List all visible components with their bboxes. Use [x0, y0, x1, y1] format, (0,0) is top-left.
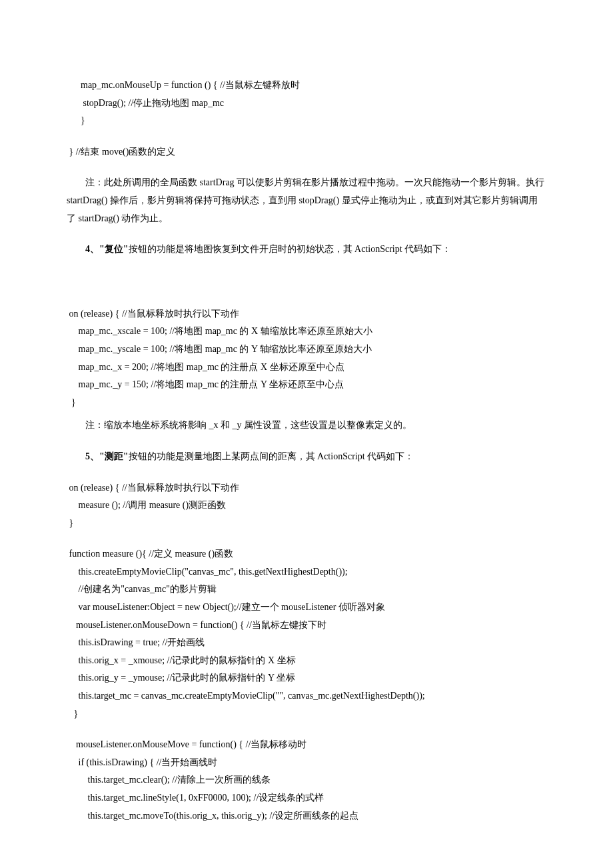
spacer — [67, 466, 546, 479]
code-line: map_mc._y = 150; //将地图 map_mc 的注册点 Y 坐标还… — [67, 376, 546, 394]
note-text-2: 注：缩放本地坐标系统将影响 _x 和 _y 属性设置，这些设置是以整像素定义的。 — [85, 420, 412, 430]
code-line: on (release) { //当鼠标释放时执行以下动作 — [67, 479, 546, 497]
section-number: 4、 — [85, 244, 99, 254]
section-keyword: "复位" — [99, 244, 129, 254]
section-number: 5、 — [85, 451, 99, 461]
spacer — [67, 227, 546, 241]
note-paragraph: 注：此处所调用的全局函数 startDrag 可以使影片剪辑在影片播放过程中拖动… — [67, 174, 546, 227]
spacer — [67, 130, 546, 143]
spacer — [67, 411, 546, 417]
code-line: //创建名为"canvas_mc"的影片剪辑 — [67, 581, 546, 599]
code-line: map_mc._yscale = 100; //将地图 map_mc 的 Y 轴… — [67, 341, 546, 359]
code-line: map_mc._xscale = 100; //将地图 map_mc 的 X 轴… — [67, 323, 546, 341]
code-line: this.orig_x = _xmouse; //记录此时的鼠标指针的 X 坐标 — [67, 652, 546, 670]
section-suffix: 按钮的功能是测量地图上某两点间的距离，其 ActionScript 代码如下： — [129, 451, 414, 461]
section-suffix: 按钮的功能是将地图恢复到文件开启时的初始状态，其 ActionScript 代码… — [129, 244, 452, 254]
section-5-heading: 5、"测距"按钮的功能是测量地图上某两点间的距离，其 ActionScript … — [67, 448, 546, 466]
spacer — [67, 435, 546, 448]
code-line: on (release) { //当鼠标释放时执行以下动作 — [67, 305, 546, 323]
code-line: this.target_mc.lineStyle(1, 0xFF0000, 10… — [67, 789, 546, 807]
section-4-heading: 4、"复位"按钮的功能是将地图恢复到文件开启时的初始状态，其 ActionScr… — [67, 241, 546, 259]
section-keyword: "测距" — [99, 451, 129, 461]
note-paragraph-2: 注：缩放本地坐标系统将影响 _x 和 _y 属性设置，这些设置是以整像素定义的。 — [67, 417, 546, 435]
code-line: } — [67, 705, 546, 723]
code-line: mouseListener.onMouseMove = function() {… — [67, 736, 546, 754]
code-line: function measure (){ //定义 measure ()函数 — [67, 545, 546, 563]
spacer — [67, 161, 546, 174]
code-line: if (this.isDrawing) { //当开始画线时 — [67, 754, 546, 772]
code-line: stopDrag(); //停止拖动地图 map_mc — [67, 95, 546, 113]
code-line: } — [67, 394, 546, 412]
code-line: this.orig_y = _ymouse; //记录此时的鼠标指针的 Y 坐标 — [67, 669, 546, 687]
code-line: map_mc._x = 200; //将地图 map_mc 的注册点 X 坐标还… — [67, 359, 546, 377]
code-line: this.target_mc = canvas_mc.createEmptyMo… — [67, 687, 546, 705]
code-line: this.createEmptyMovieClip("canvas_mc", t… — [67, 563, 546, 581]
code-line: map_mc.onMouseUp = function () { //当鼠标左键… — [67, 77, 546, 95]
code-line: } //结束 move()函数的定义 — [67, 143, 546, 161]
code-line: this.isDrawing = true; //开始画线 — [67, 634, 546, 652]
code-line: mouseListener.onMouseDown = function() {… — [67, 617, 546, 635]
code-line: } — [67, 515, 546, 533]
spacer — [67, 532, 546, 545]
note-text: 注：此处所调用的全局函数 startDrag 可以使影片剪辑在影片播放过程中拖动… — [67, 177, 544, 223]
code-line: this.target_mc.clear(); //清除上一次所画的线条 — [67, 771, 546, 789]
code-line: } — [67, 112, 546, 130]
spacer — [67, 259, 546, 305]
code-line: var mouseListener:Object = new Object();… — [67, 599, 546, 617]
document-page: map_mc.onMouseUp = function () { //当鼠标左键… — [0, 0, 613, 868]
spacer — [67, 723, 546, 736]
code-line: this.target_mc.moveTo(this.orig_x, this.… — [67, 807, 546, 825]
code-line: measure (); //调用 measure ()测距函数 — [67, 497, 546, 515]
